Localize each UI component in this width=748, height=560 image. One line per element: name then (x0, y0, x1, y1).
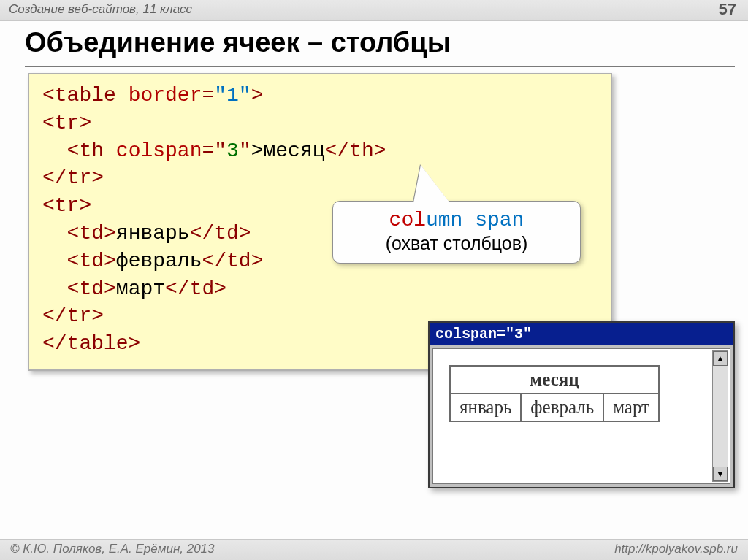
code-l3c: =" (202, 139, 226, 162)
scroll-up-button[interactable]: ▲ (713, 351, 728, 366)
code-l1b: border (129, 84, 202, 107)
table-row: январь февраль март (450, 394, 659, 421)
preview-client: месяц январь февраль март ▲ ▼ (432, 348, 730, 484)
code-l1c: = (202, 84, 214, 107)
code-l1e: > (251, 84, 264, 107)
code-l8a: <td> (42, 277, 116, 300)
code-l3b: colspan (116, 139, 202, 162)
callout-rest: umn span (426, 209, 524, 231)
code-l8b: март (116, 277, 165, 300)
code-l1d: "1" (214, 84, 251, 107)
code-l6a: <td> (42, 222, 116, 245)
callout-sub: (охват столбцов) (343, 233, 570, 254)
chevron-up-icon: ▲ (716, 353, 725, 364)
slide-header: Создание веб-сайтов, 11 класс 57 (0, 0, 748, 21)
code-l3e: " (239, 139, 251, 162)
preview-c3: март (603, 394, 659, 421)
code-l3d: 3 (226, 139, 239, 162)
code-l3f: >месяц (251, 139, 325, 162)
code-l4: </tr> (42, 166, 104, 189)
code-l6c: </td> (190, 222, 251, 245)
preview-titlebar: colspan="3" (430, 323, 733, 345)
title-rule (25, 66, 735, 67)
preview-c2: февраль (521, 394, 603, 421)
page-number: 57 (719, 0, 736, 19)
code-l10: </table> (42, 332, 140, 355)
scroll-down-button[interactable]: ▼ (713, 467, 728, 481)
slide-footer: © К.Ю. Поляков, Е.А. Ерёмин, 2013 http:/… (0, 539, 748, 560)
preview-th: месяц (450, 366, 659, 394)
footer-url: http://kpolyakov.spb.ru (614, 542, 738, 556)
footer-copyright: © К.Ю. Поляков, Е.А. Ерёмин, 2013 (10, 542, 215, 556)
code-l7b: февраль (116, 250, 202, 272)
chevron-down-icon: ▼ (716, 469, 725, 479)
preview-window: colspan="3" месяц январь февраль март ▲ … (428, 321, 735, 488)
callout-box: column span (охват столбцов) (332, 201, 581, 264)
callout-em: col (389, 209, 426, 231)
preview-table: месяц январь февраль март (449, 365, 660, 422)
code-l9: </tr> (42, 304, 104, 327)
code-l2: <tr> (42, 112, 91, 134)
code-l3a: <th (42, 139, 116, 162)
code-l7c: </td> (202, 250, 263, 272)
table-row: месяц (450, 366, 659, 394)
code-l7a: <td> (42, 250, 116, 272)
callout-term: column span (343, 209, 570, 231)
slide-title: Объединение ячеек – столбцы (25, 27, 748, 58)
scrollbar[interactable]: ▲ ▼ (712, 350, 728, 482)
code-l8c: </td> (165, 277, 226, 300)
code-l6b: январь (116, 222, 190, 245)
preview-c1: январь (450, 394, 521, 421)
code-l5: <tr> (42, 194, 91, 217)
course-title: Создание веб-сайтов, 11 класс (9, 2, 192, 17)
code-l1a: <table (42, 84, 129, 107)
slide: Создание веб-сайтов, 11 класс 57 Объедин… (0, 0, 748, 560)
code-l3g: </th> (325, 139, 386, 162)
